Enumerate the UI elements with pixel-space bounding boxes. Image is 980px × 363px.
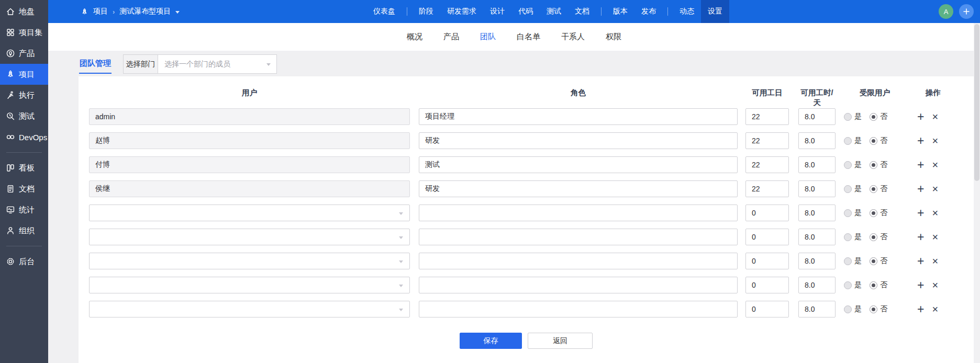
add-row-icon[interactable]: + [917,279,924,291]
role-input[interactable] [419,277,738,293]
limited-no-radio[interactable]: 否 [870,184,887,194]
add-row-icon[interactable]: + [917,207,924,219]
save-button[interactable]: 保存 [460,333,522,349]
topbar-menu-item[interactable]: 发布 [634,0,663,23]
topbar-menu-item[interactable]: 测试 [540,0,568,23]
remove-row-icon[interactable]: × [932,256,938,266]
workhours-input[interactable] [798,108,836,125]
remove-row-icon[interactable]: × [932,111,938,122]
workdays-input[interactable] [745,132,789,149]
workdays-input[interactable] [745,229,789,245]
remove-row-icon[interactable]: × [932,160,938,170]
role-input[interactable] [419,180,738,197]
workdays-input[interactable] [745,180,789,197]
limited-no-radio[interactable]: 否 [870,280,887,290]
subnav-item[interactable]: 团队 [480,32,496,42]
limited-no-radio[interactable]: 否 [870,112,887,121]
workhours-input[interactable] [798,180,836,197]
workdays-input[interactable] [745,253,789,269]
workhours-input[interactable] [798,205,836,221]
add-row-icon[interactable]: + [917,111,924,123]
workdays-input[interactable] [745,277,789,293]
subnav-item[interactable]: 权限 [606,32,621,42]
workdays-input[interactable] [745,205,789,221]
chevron-down-icon[interactable] [175,11,180,14]
topbar-menu-item[interactable]: 动态 [673,0,701,23]
sidebar-item-program[interactable]: 项目集 [0,22,48,43]
add-row-icon[interactable]: + [917,183,924,195]
workdays-input[interactable] [745,156,789,173]
topbar-menu-item[interactable]: 阶段 [412,0,440,23]
workhours-input[interactable] [798,253,836,269]
workdays-input[interactable] [745,108,789,125]
user-select[interactable] [89,277,410,293]
sidebar-item-product[interactable]: 产品 [0,43,48,64]
subnav-item[interactable]: 干系人 [561,32,585,42]
role-input[interactable] [419,301,738,317]
add-row-icon[interactable]: + [917,159,924,171]
add-row-icon[interactable]: + [917,255,924,267]
limited-yes-radio[interactable]: 是 [844,112,862,121]
limited-yes-radio[interactable]: 是 [844,208,862,218]
subnav-item[interactable]: 概况 [407,32,422,42]
remove-row-icon[interactable]: × [932,304,938,314]
role-input[interactable] [419,229,738,245]
user-select[interactable] [89,253,410,269]
topbar-menu-item[interactable]: 版本 [606,0,634,23]
add-row-icon[interactable]: + [917,135,924,147]
scrollbar[interactable] [974,23,980,363]
remove-row-icon[interactable]: × [932,208,938,218]
limited-yes-radio[interactable]: 是 [844,280,862,290]
topbar-menu-item[interactable]: 文档 [568,0,596,23]
avatar[interactable]: A [939,4,953,19]
user-input[interactable] [89,156,410,173]
sidebar-item-doc[interactable]: 文档 [0,178,48,199]
role-input[interactable] [419,108,738,125]
workhours-input[interactable] [798,301,836,317]
sidebar-item-stats[interactable]: 统计 [0,199,48,220]
user-input[interactable] [89,132,410,149]
workdays-input[interactable] [745,301,789,317]
remove-row-icon[interactable]: × [932,280,938,290]
remove-row-icon[interactable]: × [932,135,938,146]
sidebar-item-execution[interactable]: 执行 [0,85,48,106]
select-department-button[interactable]: 选择部门 [123,54,158,74]
limited-yes-radio[interactable]: 是 [844,304,862,314]
remove-row-icon[interactable]: × [932,232,938,242]
limited-no-radio[interactable]: 否 [870,304,887,314]
limited-yes-radio[interactable]: 是 [844,256,862,266]
sidebar-item-admin[interactable]: 后台 [0,251,48,272]
sidebar-item-home[interactable]: 地盘 [0,1,48,22]
limited-no-radio[interactable]: 否 [870,232,887,242]
remove-row-icon[interactable]: × [932,184,938,194]
sidebar-item-qa[interactable]: 测试 [0,106,48,127]
breadcrumb-project[interactable]: 测试瀑布型项目 [119,7,171,16]
sidebar-item-devops[interactable]: DevOps [0,127,48,148]
topbar-menu-item[interactable]: 设置 [701,0,729,23]
scrollbar-thumb[interactable] [974,24,979,181]
back-button[interactable]: 返回 [528,333,593,349]
topbar-menu-item[interactable]: 仪表盘 [366,0,402,23]
workhours-input[interactable] [798,229,836,245]
tab-team-manage[interactable]: 团队管理 [79,54,112,74]
limited-yes-radio[interactable]: 是 [844,184,862,194]
add-row-icon[interactable]: + [917,231,924,243]
user-input[interactable] [89,108,410,125]
add-row-icon[interactable]: + [917,303,924,315]
user-select[interactable] [89,205,410,221]
subnav-item[interactable]: 白名单 [517,32,540,42]
workhours-input[interactable] [798,132,836,149]
sidebar-item-org[interactable]: 组织 [0,220,48,241]
topbar-menu-item[interactable]: 研发需求 [440,0,483,23]
workhours-input[interactable] [798,277,836,293]
user-select[interactable] [89,301,410,317]
limited-no-radio[interactable]: 否 [870,208,887,218]
role-input[interactable] [419,253,738,269]
workhours-input[interactable] [798,156,836,173]
role-input[interactable] [419,156,738,173]
user-input[interactable] [89,180,410,197]
topbar-menu-item[interactable]: 设计 [483,0,511,23]
limited-yes-radio[interactable]: 是 [844,160,862,169]
limited-no-radio[interactable]: 否 [870,160,887,169]
sidebar-item-project[interactable]: 项目 [0,64,48,85]
